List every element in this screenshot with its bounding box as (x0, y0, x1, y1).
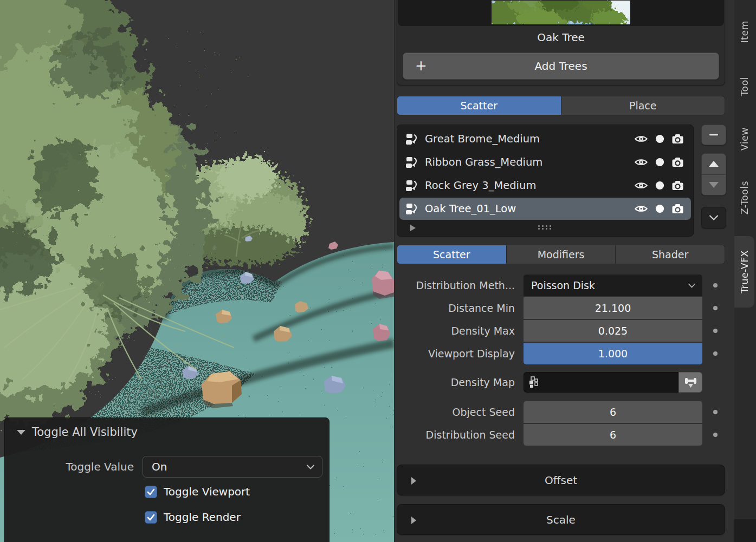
camera-icon[interactable] (671, 180, 684, 191)
asset-name: Oak Tree (397, 30, 725, 45)
3d-viewport[interactable]: Toggle All Visibility Toggle Value On To… (0, 0, 394, 542)
animate-dot[interactable] (713, 329, 718, 333)
density-map-field-group (524, 372, 702, 393)
list-item-name: Oak Tree_01_Low (425, 203, 634, 215)
object-seed-field[interactable]: 6 (524, 401, 702, 423)
camera-icon[interactable] (671, 157, 684, 167)
scale-panel-header[interactable]: Scale (397, 504, 725, 535)
tab-place-mode[interactable]: Place (561, 96, 725, 115)
list-item-selected[interactable]: Oak Tree_01_Low (400, 198, 690, 219)
distance-min-label: Distance Min (395, 297, 515, 319)
list-item-name: Ribbon Grass_Medium (425, 156, 634, 168)
new-texture-button[interactable] (679, 372, 702, 393)
sidebar-panel: Oak Tree + Add Trees Scatter Place Great… (394, 0, 734, 542)
toggle-value-dropdown[interactable]: On (143, 456, 322, 478)
asset-thumbnail-strip[interactable] (398, 0, 724, 26)
toggle-render-checkbox[interactable] (145, 511, 157, 524)
tab-item[interactable]: Item (734, 9, 754, 55)
list-resize-grip[interactable] (538, 225, 552, 230)
object-icon (405, 202, 419, 216)
check-icon (147, 514, 155, 521)
eye-icon[interactable] (634, 158, 648, 167)
animate-dot[interactable] (713, 283, 718, 288)
list-item-name: Rock Grey 3_Medium (425, 179, 634, 192)
circle-icon[interactable] (655, 158, 664, 167)
circle-icon[interactable] (655, 181, 664, 190)
distribution-method-label: Distribution Meth... (395, 275, 515, 296)
asset-thumbnail (492, 1, 630, 24)
offset-panel-header[interactable]: Offset (397, 465, 725, 495)
check-icon (147, 488, 155, 495)
distance-min-value: 21.100 (595, 302, 631, 314)
section-tabs: Scatter Modifiers Shader (397, 245, 725, 264)
list-item[interactable]: Rock Grey 3_Medium (400, 175, 690, 196)
eye-icon[interactable] (634, 134, 648, 143)
list-item-name: Great Brome_Medium (425, 133, 634, 145)
toggle-render-row: Toggle Render (145, 511, 241, 524)
animate-dot[interactable] (713, 351, 718, 356)
list-item[interactable]: Ribbon Grass_Medium (400, 152, 690, 173)
tab-z-tools[interactable]: Z-Tools (734, 166, 754, 230)
tabstrip-footer (734, 519, 756, 542)
add-trees-label: Add Trees (403, 53, 719, 79)
tab-scatter[interactable]: Scatter (397, 245, 506, 264)
circle-icon[interactable] (655, 134, 664, 143)
triangle-down-icon (709, 182, 719, 188)
chevron-down-icon (688, 283, 696, 288)
operator-panel-title: Toggle All Visibility (32, 426, 138, 439)
blender-window: Toggle All Visibility Toggle Value On To… (0, 0, 756, 542)
tab-tool[interactable]: Tool (734, 66, 754, 107)
list-menu-button[interactable] (701, 207, 726, 228)
camera-icon[interactable] (671, 204, 684, 214)
collapse-triangle-icon (17, 430, 25, 435)
circle-icon[interactable] (655, 204, 664, 213)
toggle-viewport-label: Toggle Viewport (164, 485, 250, 498)
distribution-seed-value: 6 (610, 429, 616, 441)
offset-panel-title: Offset (397, 465, 725, 495)
tab-modifiers[interactable]: Modifiers (507, 245, 616, 264)
toggle-render-label: Toggle Render (164, 511, 241, 524)
density-map-input[interactable] (524, 372, 679, 393)
sidebar-tabs: Item Tool View Z-Tools True-VFX (734, 0, 756, 542)
mode-tabs: Scatter Place (397, 96, 725, 115)
move-down-button[interactable] (702, 174, 726, 195)
tab-true-vfx[interactable]: True-VFX (734, 236, 754, 308)
minus-icon (709, 134, 718, 136)
chevron-down-icon (709, 215, 719, 220)
viewport-display-slider[interactable]: 1.000 (524, 343, 702, 364)
density-map-label: Density Map (395, 372, 515, 393)
remove-item-button[interactable] (701, 125, 726, 145)
animate-dot[interactable] (713, 410, 718, 414)
triangle-up-icon (709, 161, 719, 167)
tab-shader[interactable]: Shader (616, 245, 725, 264)
chevron-down-icon (306, 465, 315, 469)
distribution-seed-label: Distribution Seed (395, 424, 515, 446)
operator-panel: Toggle All Visibility Toggle Value On To… (4, 417, 329, 542)
distribution-method-value: Poisson Disk (531, 279, 688, 291)
animate-dot[interactable] (713, 306, 718, 310)
toggle-viewport-checkbox[interactable] (145, 486, 157, 498)
animate-dot[interactable] (713, 433, 718, 437)
eye-icon[interactable] (634, 181, 648, 190)
distribution-seed-field[interactable]: 6 (524, 424, 702, 446)
eye-icon[interactable] (634, 204, 648, 213)
toggle-viewport-row: Toggle Viewport (145, 485, 250, 498)
operator-panel-header[interactable]: Toggle All Visibility (17, 425, 138, 440)
density-max-value: 0.025 (598, 325, 628, 337)
tab-view[interactable]: View (734, 116, 754, 162)
list-expand-icon[interactable] (410, 223, 416, 233)
distribution-method-dropdown[interactable]: Poisson Disk (524, 275, 702, 296)
add-trees-button[interactable]: + Add Trees (403, 53, 719, 80)
list-item[interactable]: Great Brome_Medium (400, 128, 690, 149)
object-icon (405, 132, 419, 146)
tab-scatter-mode[interactable]: Scatter (397, 96, 561, 115)
move-item-buttons (701, 153, 726, 195)
object-seed-label: Object Seed (395, 401, 515, 423)
camera-icon[interactable] (671, 134, 684, 144)
move-up-button[interactable] (702, 154, 726, 174)
density-max-slider[interactable]: 0.025 (524, 320, 702, 342)
scatter-list: Great Brome_Medium Ribbon Grass_Medium (397, 125, 694, 237)
distance-min-slider[interactable]: 21.100 (524, 297, 702, 319)
object-seed-value: 6 (610, 406, 616, 418)
density-max-label: Density Max (395, 320, 515, 342)
